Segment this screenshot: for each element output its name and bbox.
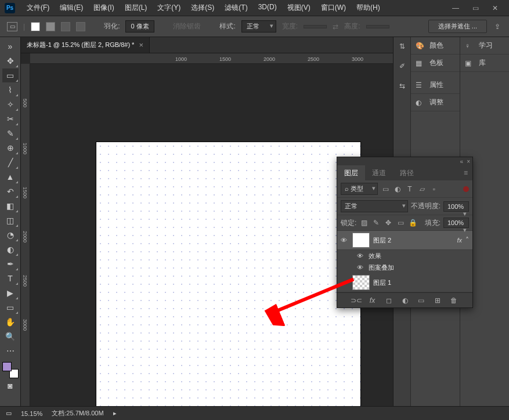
quickmask-toggle[interactable]: ◙ [2, 379, 19, 393]
lock-artboard-icon[interactable]: ▭ [396, 218, 405, 227]
pen-tool[interactable]: ✒ [2, 257, 19, 271]
panel-adjustments[interactable]: ◐调整 [411, 94, 460, 111]
lock-position-icon[interactable]: ✥ [384, 218, 393, 227]
maximize-button[interactable]: ▭ [466, 2, 485, 14]
eyedropper-tool[interactable]: ✎ [2, 126, 19, 140]
lock-all-icon[interactable]: 🔒 [408, 218, 417, 227]
link-layers-icon[interactable]: ⊃⊂ [352, 296, 361, 305]
edit-toolbar-icon[interactable]: ⋯ [2, 344, 19, 358]
brush-panel-icon[interactable]: ✐ [396, 61, 408, 71]
menu-edit[interactable]: 编辑(E) [55, 1, 88, 15]
document-canvas[interactable] [96, 142, 360, 406]
zoom-tool[interactable]: 🔍 [2, 330, 19, 343]
hand-tool[interactable]: ✋ [2, 315, 19, 329]
gradient-tool[interactable]: ◫ [2, 213, 19, 227]
panel-properties[interactable]: ☰属性 [411, 77, 460, 94]
new-group-icon[interactable]: ▭ [417, 296, 426, 305]
menu-layer[interactable]: 图层(L) [120, 1, 152, 15]
shape-tool[interactable]: ▭ [2, 300, 19, 314]
brush-tool[interactable]: ╱ [2, 155, 19, 169]
panel-learn[interactable]: ♀学习 [460, 37, 509, 55]
color-picker[interactable] [2, 362, 19, 378]
fx-badge[interactable]: fx [457, 237, 462, 244]
history-brush-tool[interactable]: ↶ [2, 184, 19, 198]
layer-thumb[interactable] [352, 233, 370, 248]
menu-filter[interactable]: 滤镜(T) [220, 1, 252, 15]
menu-type[interactable]: 文字(Y) [153, 1, 185, 15]
menu-select[interactable]: 选择(S) [186, 1, 219, 15]
dodge-tool[interactable]: ◐ [2, 242, 19, 256]
fill-input[interactable]: 100% [443, 218, 469, 228]
adjustment-layer-icon[interactable]: ◐ [400, 296, 410, 305]
add-selection-icon[interactable] [46, 22, 55, 31]
fx-effects-row[interactable]: 👁效果 [337, 250, 472, 262]
tab-paths[interactable]: 路径 [393, 165, 421, 180]
layer-thumb[interactable] [352, 275, 370, 290]
ruler-vertical[interactable]: 500 1000 1500 2000 2500 3000 [21, 64, 30, 406]
ruler-horizontal[interactable]: 1000 1500 2000 2500 3000 [30, 53, 393, 64]
blur-tool[interactable]: ◔ [2, 228, 19, 242]
close-button[interactable]: ✕ [486, 2, 504, 14]
subtract-selection-icon[interactable] [61, 22, 70, 31]
new-layer-icon[interactable]: ⊞ [433, 296, 442, 305]
screen-mode-icon[interactable]: ▭ [6, 410, 12, 417]
stamp-tool[interactable]: ▲ [2, 170, 19, 184]
path-select-tool[interactable]: ▶ [2, 286, 19, 300]
doc-info[interactable]: 文档:25.7M/8.00M [52, 409, 103, 418]
share-icon[interactable]: ⇪ [493, 22, 502, 31]
lasso-tool[interactable]: ⌇ [2, 83, 19, 97]
filter-adjust-icon[interactable]: ◐ [393, 184, 402, 194]
crop-tool[interactable]: ✂ [2, 112, 19, 126]
tab-layers[interactable]: 图层 [337, 165, 365, 180]
fx-expand-icon[interactable]: ˄ [465, 236, 469, 244]
adjust-panel-icon[interactable]: ⇅ [396, 42, 408, 51]
blend-mode-select[interactable]: 正常 [341, 200, 408, 212]
menu-window[interactable]: 窗口(W) [316, 1, 351, 15]
panel-libraries[interactable]: ▣库 [460, 55, 509, 72]
collapse-icon[interactable]: « [460, 158, 464, 165]
move-tool[interactable]: ✥ [2, 54, 19, 68]
marquee-tool[interactable]: ▭ [2, 68, 19, 82]
delete-layer-icon[interactable]: 🗑 [449, 296, 459, 305]
menu-help[interactable]: 帮助(H) [352, 1, 385, 15]
zoom-level[interactable]: 15.15% [21, 410, 42, 417]
select-and-mask-button[interactable]: 选择并遮住 ... [428, 20, 487, 33]
marquee-preset-icon[interactable]: ▭ [7, 22, 17, 31]
panel-menu-icon[interactable]: ≡ [459, 169, 472, 177]
magic-wand-tool[interactable]: ✧ [2, 97, 19, 111]
menu-3d[interactable]: 3D(D) [254, 1, 281, 15]
new-selection-icon[interactable] [31, 22, 40, 31]
menu-file[interactable]: 文件(F) [22, 1, 54, 15]
healing-tool[interactable]: ⊕ [2, 141, 19, 155]
layer-name[interactable]: 图层 1 [373, 278, 469, 287]
panel-close-icon[interactable]: × [467, 158, 470, 165]
feather-input[interactable]: 0 像素 [125, 20, 154, 32]
menu-image[interactable]: 图像(I) [89, 1, 118, 15]
eraser-tool[interactable]: ◧ [2, 199, 19, 213]
lock-pixels-icon[interactable]: ▨ [359, 218, 369, 227]
menu-view[interactable]: 视图(V) [283, 1, 315, 15]
settings-panel-icon[interactable]: ⇆ [396, 81, 408, 90]
filter-shape-icon[interactable]: ▱ [417, 184, 427, 194]
layer-filter-select[interactable]: ⌕ 类型 [341, 183, 378, 195]
fx-pattern-overlay[interactable]: 👁图案叠加 [337, 262, 472, 273]
visibility-icon[interactable]: 👁 [341, 237, 349, 244]
filter-toggle[interactable] [463, 186, 469, 192]
layer-name[interactable]: 图层 2 [373, 236, 453, 245]
doc-info-menu-icon[interactable]: ▸ [113, 410, 117, 417]
intersect-selection-icon[interactable] [76, 22, 85, 31]
type-tool[interactable]: T [2, 271, 19, 285]
filter-smart-icon[interactable]: ▫ [429, 184, 439, 194]
tab-close-icon[interactable]: × [139, 41, 143, 49]
layer-mask-icon[interactable]: ◻ [384, 296, 394, 305]
filter-image-icon[interactable]: ▭ [381, 184, 390, 194]
lock-paint-icon[interactable]: ✎ [371, 218, 381, 227]
opacity-input[interactable]: 100% [443, 201, 469, 212]
flyout-icon[interactable]: » [2, 39, 19, 53]
layer-row[interactable]: 👁 图层 2 fx ˄ [337, 231, 472, 250]
minimize-button[interactable]: — [446, 2, 465, 14]
layer-fx-icon[interactable]: fx [368, 296, 377, 305]
filter-type-icon[interactable]: T [405, 184, 414, 194]
tab-channels[interactable]: 通道 [365, 165, 393, 180]
document-tab[interactable]: 未标题-1 @ 15.2% (图层 2, RGB/8#) * × [21, 37, 150, 53]
